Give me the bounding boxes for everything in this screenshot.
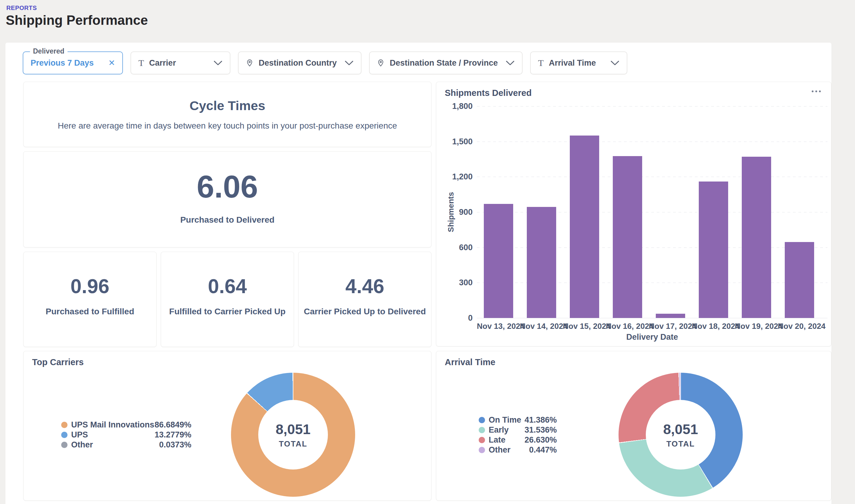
legend-value: 0.447% — [529, 445, 557, 455]
bar-nov-16-2024 — [613, 156, 642, 318]
stat-value: 4.46 — [346, 275, 384, 298]
legend-value: 0.0373% — [159, 440, 191, 450]
legend-value: 26.630% — [524, 435, 557, 445]
y-axis-tick: 600 — [446, 243, 473, 252]
stat-label: Purchased to Fulfilled — [46, 307, 134, 317]
top-carriers-legend: UPS Mail Innovations86.6849%UPS13.2779%O… — [61, 420, 191, 449]
legend-label: UPS — [71, 430, 88, 439]
x-axis-tick: Nov 20, 2024 — [778, 322, 821, 331]
text-attribute-icon: T — [538, 58, 543, 68]
filter-label: Destination State / Province — [390, 58, 498, 68]
y-axis-tick: 1,800 — [446, 102, 473, 111]
bar-nov-18-2024 — [699, 181, 728, 318]
filter-arrival-time[interactable]: TArrival Time — [530, 51, 627, 74]
x-axis-tick: Nov 14, 2024 — [520, 322, 563, 331]
bar-nov-14-2024 — [527, 207, 556, 318]
legend-swatch — [61, 432, 68, 438]
filter-label: Arrival Time — [549, 58, 596, 68]
x-axis-line — [477, 318, 827, 318]
legend-value: 41.386% — [524, 415, 557, 425]
legend-label: Other — [71, 440, 93, 450]
filter-label: Destination Country — [259, 58, 337, 68]
legend-swatch — [479, 427, 485, 433]
close-icon[interactable]: ✕ — [108, 58, 115, 68]
x-axis-tick: Nov 18, 2024 — [692, 322, 735, 331]
filter-field-label: Delivered — [30, 48, 68, 55]
stat-label: Carrier Picked Up to Delivered — [304, 307, 426, 317]
legend-label: Other — [489, 445, 510, 455]
filter-delivered[interactable]: Delivered Previous 7 Days ✕ — [23, 51, 123, 74]
arrival-time-legend: On Time41.386%Early31.536%Late26.630%Oth… — [479, 415, 557, 454]
x-axis-tick: Nov 17, 2024 — [649, 322, 692, 331]
legend-item: Other0.0373% — [61, 440, 191, 449]
page-title: Shipping Performance — [6, 13, 148, 28]
y-axis-tick: 1,500 — [446, 137, 473, 146]
breadcrumb[interactable]: REPORTS — [6, 4, 37, 12]
bar-nov-13-2024 — [484, 204, 513, 318]
stat-label: Fulfilled to Carrier Picked Up — [169, 307, 285, 317]
filter-carrier[interactable]: TCarrier — [130, 51, 230, 74]
donut-total-value: 8,051 — [276, 421, 310, 437]
legend-swatch — [61, 422, 68, 428]
gridline — [477, 177, 827, 177]
bar-chart-plot: 03006009001,2001,5001,800Nov 13, 2024Nov… — [436, 82, 831, 346]
x-axis-title: Delivery Date — [477, 332, 827, 342]
stat-value: 0.64 — [208, 275, 247, 298]
cycle-times-title: Cycle Times — [190, 98, 265, 113]
legend-item: Early31.536% — [479, 425, 557, 434]
legend-value: 13.2779% — [154, 430, 191, 439]
chevron-down-icon — [506, 60, 515, 66]
legend-value: 31.536% — [524, 425, 557, 435]
arrival-time-title: Arrival Time — [445, 357, 495, 367]
legend-swatch — [479, 437, 485, 443]
x-axis-tick: Nov 13, 2024 — [477, 322, 520, 331]
bar-nov-15-2024 — [570, 136, 599, 318]
primary-stat-value: 6.06 — [197, 169, 258, 205]
legend-swatch — [479, 417, 485, 423]
location-pin-icon — [377, 59, 384, 67]
filter-label: Carrier — [149, 58, 176, 68]
donut-total-label: TOTAL — [279, 439, 307, 449]
stat-card: 4.46Carrier Picked Up to Delivered — [298, 252, 432, 347]
chevron-down-icon — [610, 60, 620, 66]
bar-nov-20-2024 — [785, 242, 814, 318]
gridline — [477, 142, 827, 142]
chevron-down-icon — [345, 60, 354, 66]
filter-bar: Delivered Previous 7 Days ✕ TCarrierDest… — [23, 51, 627, 74]
legend-label: Early — [489, 425, 509, 435]
shipments-delivered-card: Shipments Delivered 03006009001,2001,500… — [436, 82, 832, 346]
legend-label: UPS Mail Innovations — [71, 420, 154, 430]
donut-total-label: TOTAL — [666, 439, 695, 449]
top-carriers-title: Top Carriers — [32, 357, 84, 367]
stat-card: 0.96Purchased to Fulfilled — [23, 252, 157, 347]
primary-stat-card: 6.06 Purchased to Delivered — [23, 151, 432, 248]
donut-center: 8,051 TOTAL — [646, 400, 715, 469]
legend-value: 86.6849% — [154, 420, 191, 430]
x-axis-tick: Nov 19, 2024 — [735, 322, 778, 331]
primary-stat-label: Purchased to Delivered — [180, 215, 274, 225]
filter-destination-country[interactable]: Destination Country — [238, 51, 362, 74]
legend-item: UPS Mail Innovations86.6849% — [61, 420, 191, 429]
secondary-stats-row: 0.96Purchased to Fulfilled0.64Fulfilled … — [23, 252, 432, 347]
legend-item: UPS13.2779% — [61, 430, 191, 439]
cycle-times-subtitle: Here are average time in days between ke… — [58, 121, 397, 131]
donut-center: 8,051 TOTAL — [258, 400, 328, 469]
y-axis-tick: 0 — [446, 313, 473, 323]
legend-label: On Time — [489, 415, 521, 425]
legend-label: Late — [489, 435, 506, 445]
dropdown-filters: TCarrierDestination CountryDestination S… — [130, 51, 627, 74]
arrival-time-card: Arrival Time On Time41.386%Early31.536%L… — [436, 351, 832, 501]
legend-item: Other0.447% — [479, 445, 557, 454]
y-axis-tick: 1,200 — [446, 172, 473, 181]
y-axis-tick: 300 — [446, 278, 473, 287]
filter-destination-state-province[interactable]: Destination State / Province — [369, 51, 523, 74]
stat-card: 0.64Fulfilled to Carrier Picked Up — [161, 252, 294, 347]
x-axis-tick: Nov 15, 2024 — [563, 322, 606, 331]
stat-value: 0.96 — [71, 275, 109, 298]
filter-value: Previous 7 Days — [31, 58, 94, 68]
top-carriers-donut: 8,051 TOTAL — [231, 373, 355, 497]
top-carriers-card: Top Carriers UPS Mail Innovations86.6849… — [23, 351, 432, 501]
legend-item: Late26.630% — [479, 435, 557, 445]
x-axis-tick: Nov 16, 2024 — [606, 322, 649, 331]
location-pin-icon — [246, 59, 254, 67]
